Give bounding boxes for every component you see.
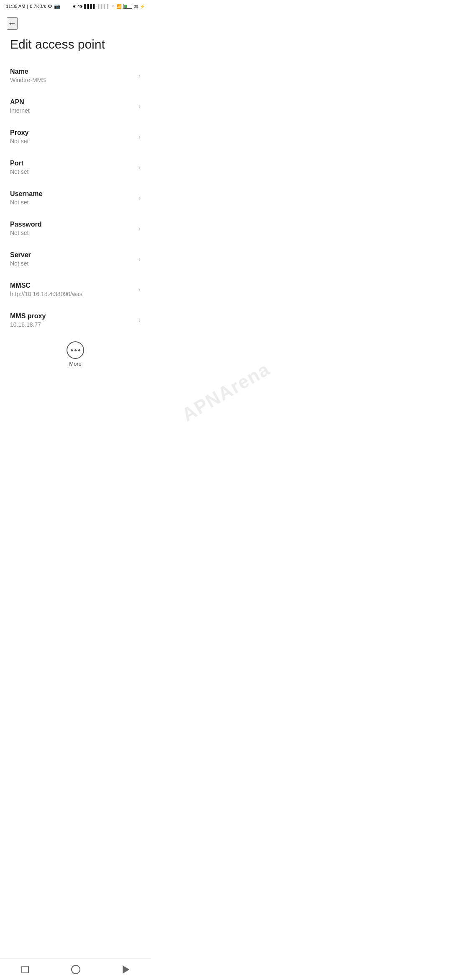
settings-item-text: Password Not set <box>10 221 42 236</box>
status-left: 11:35 AM | 0.7KB/s ⚙ 📷 <box>6 3 60 9</box>
battery-percent: 38 <box>134 4 138 8</box>
settings-item-text: Username Not set <box>10 190 42 206</box>
more-label: More <box>69 361 82 367</box>
more-dot-3 <box>78 349 80 351</box>
settings-item-label: Port <box>10 160 28 167</box>
settings-item-label: MMS proxy <box>10 312 46 320</box>
settings-item-label: Server <box>10 251 31 259</box>
settings-item-label: Username <box>10 190 42 198</box>
settings-item-text: Proxy Not set <box>10 129 28 144</box>
settings-item-port[interactable]: Port Not set › <box>0 152 151 183</box>
settings-item-text: APN internet <box>10 98 30 114</box>
settings-item-value: Not set <box>10 260 31 267</box>
status-right: ✱ 4G ▌▌▌▌ ▌▌▌▌ ✕ 📶 38 ⚡ <box>72 4 145 9</box>
separator: | <box>27 4 28 9</box>
settings-item-value: Not set <box>10 168 28 175</box>
settings-item-proxy[interactable]: Proxy Not set › <box>0 121 151 152</box>
bluetooth-icon: ✱ <box>72 4 76 9</box>
settings-item-text: Port Not set <box>10 160 28 175</box>
charging-icon: ⚡ <box>140 4 145 9</box>
more-dot-2 <box>74 349 77 351</box>
settings-item-label: MMSC <box>10 282 82 289</box>
settings-item-label: Password <box>10 221 42 228</box>
battery-fill <box>124 5 127 8</box>
settings-item-mmsc[interactable]: MMSC http://10.16.18.4:38090/was › <box>0 274 151 305</box>
content-area: Name Windtre-MMS › APN internet › Proxy … <box>0 60 151 417</box>
back-button[interactable]: ← <box>7 17 18 30</box>
toolbar: ← <box>0 12 151 34</box>
settings-item-apn[interactable]: APN internet › <box>0 91 151 121</box>
signal-4g-icon: 4G <box>77 4 82 8</box>
settings-item-server[interactable]: Server Not set › <box>0 244 151 274</box>
network-speed: 0.7KB/s <box>30 4 46 9</box>
settings-item-password[interactable]: Password Not set › <box>0 213 151 244</box>
settings-icon: ⚙ <box>48 3 52 9</box>
settings-item-text: MMS proxy 10.16.18.77 <box>10 312 46 328</box>
settings-item-text: MMSC http://10.16.18.4:38090/was <box>10 282 82 297</box>
settings-item-mms-proxy[interactable]: MMS proxy 10.16.18.77 › <box>0 305 151 335</box>
settings-item-value: internet <box>10 107 30 114</box>
chevron-right-icon: › <box>139 255 141 263</box>
settings-item-value: 10.16.18.77 <box>10 321 46 328</box>
settings-item-value: Windtre-MMS <box>10 77 46 83</box>
settings-item-text: Server Not set <box>10 251 31 267</box>
more-button[interactable]: More <box>67 341 84 367</box>
signal-bars-icon: ▌▌▌▌ <box>84 4 96 9</box>
chevron-right-icon: › <box>139 133 141 141</box>
chevron-right-icon: › <box>139 225 141 232</box>
chevron-right-icon: › <box>139 72 141 80</box>
wifi-icon: 📶 <box>116 4 121 9</box>
settings-item-value: http://10.16.18.4:38090/was <box>10 291 82 297</box>
settings-item-value: Not set <box>10 138 28 144</box>
more-circle <box>67 341 84 359</box>
settings-item-value: Not set <box>10 230 42 236</box>
time: 11:35 AM <box>6 4 25 9</box>
settings-item-label: APN <box>10 98 30 106</box>
chevron-right-icon: › <box>139 103 141 110</box>
page-title: Edit access point <box>0 34 151 60</box>
settings-item-label: Name <box>10 68 46 75</box>
settings-item-value: Not set <box>10 199 42 206</box>
settings-item-username[interactable]: Username Not set › <box>0 183 151 213</box>
more-dots <box>71 349 80 351</box>
signal-x-icon: ✕ <box>111 4 115 8</box>
more-section: More <box>0 335 151 371</box>
chevron-right-icon: › <box>139 194 141 202</box>
chevron-right-icon: › <box>139 317 141 324</box>
settings-item-name[interactable]: Name Windtre-MMS › <box>0 60 151 91</box>
battery-indicator <box>123 4 132 9</box>
settings-list: Name Windtre-MMS › APN internet › Proxy … <box>0 60 151 335</box>
chevron-right-icon: › <box>139 164 141 171</box>
settings-item-text: Name Windtre-MMS <box>10 68 46 83</box>
chevron-right-icon: › <box>139 286 141 294</box>
settings-item-label: Proxy <box>10 129 28 137</box>
status-bar: 11:35 AM | 0.7KB/s ⚙ 📷 ✱ 4G ▌▌▌▌ ▌▌▌▌ ✕ … <box>0 0 151 12</box>
signal-bars2-icon: ▌▌▌▌ <box>98 4 110 9</box>
camera-icon: 📷 <box>54 3 60 9</box>
more-dot-1 <box>71 349 73 351</box>
